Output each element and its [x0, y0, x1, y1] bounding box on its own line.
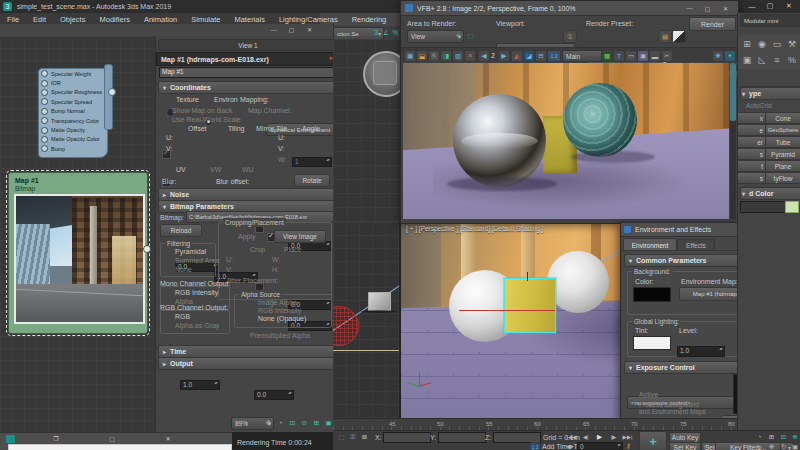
- object-button-plane[interactable]: Plane: [765, 160, 800, 172]
- go-to-start-icon[interactable]: |◀◀: [565, 432, 578, 441]
- listener-close-icon[interactable]: ✕: [162, 434, 174, 443]
- zoom-extents-icon[interactable]: ⊡: [778, 432, 789, 441]
- material-node[interactable]: Specular Weight IOR Specular Roughness S…: [38, 68, 108, 158]
- object-button-cylinder-fragment[interactable]: er: [737, 136, 767, 148]
- object-color-swatch[interactable]: [785, 201, 799, 213]
- socket-icon[interactable]: [41, 145, 48, 152]
- maximize-icon[interactable]: ▢: [762, 0, 778, 12]
- listener-maximize-icon[interactable]: ▢: [106, 434, 118, 443]
- vfb-titlebar[interactable]: VFB+ 2.8 : Image 2/2, Perspective, Frame…: [401, 1, 738, 16]
- socket-icon[interactable]: [41, 117, 48, 124]
- socket-icon[interactable]: [41, 80, 48, 87]
- zoom-extents-all-icon[interactable]: ⊕: [790, 432, 800, 441]
- menu-rendering[interactable]: Rendering: [345, 13, 394, 26]
- zoom-all-icon[interactable]: ⊞: [766, 432, 777, 441]
- socket-icon[interactable]: [41, 98, 48, 105]
- history-icon[interactable]: ▥: [452, 50, 464, 62]
- vfb-close-icon[interactable]: ✕: [718, 2, 733, 14]
- object-button-torus-fragment[interactable]: s: [737, 148, 767, 160]
- text-overlay-icon[interactable]: T: [613, 50, 625, 62]
- selected-box-object[interactable]: [504, 278, 556, 333]
- close-icon[interactable]: ✕: [781, 0, 797, 12]
- node-slot[interactable]: Bump Normal: [39, 107, 107, 116]
- frame-step-icon[interactable]: ◀▶: [565, 442, 575, 450]
- map-name-field[interactable]: Map #1: [159, 67, 335, 78]
- socket-icon[interactable]: [41, 89, 48, 96]
- next-frame-icon[interactable]: |▶: [607, 432, 620, 441]
- rollout-name-color[interactable]: d Color: [740, 187, 800, 200]
- blur-offset-spinner[interactable]: 0.0: [254, 390, 294, 400]
- zoom-extents-icon[interactable]: ⊡: [287, 417, 298, 428]
- object-button-cone[interactable]: Cone: [765, 112, 800, 124]
- workspace-dropdown[interactable]: Modular mini: [740, 14, 800, 27]
- go-to-end-icon[interactable]: ▶▶|: [621, 432, 634, 441]
- rotate-button[interactable]: Rotate: [294, 174, 330, 187]
- layers-icon[interactable]: ⊟: [535, 50, 547, 62]
- zoom-icon[interactable]: ◔: [754, 432, 765, 441]
- node-slot[interactable]: Bump: [39, 144, 107, 153]
- object-button-geosphere[interactable]: GeoSphere: [765, 124, 800, 136]
- map-channel-spinner[interactable]: 1: [292, 157, 332, 167]
- utilities-tab-icon[interactable]: ⚒: [785, 37, 799, 51]
- xform-icon[interactable]: ⊠: [359, 432, 370, 442]
- bitmap-node-output-socket[interactable]: [143, 245, 151, 253]
- red-wireframe-sphere[interactable]: [333, 306, 359, 346]
- rollout-coordinates[interactable]: Coordinates: [158, 81, 340, 94]
- render-setup-icon[interactable]: ▤: [658, 30, 672, 43]
- region-select-icon[interactable]: ⬚: [465, 30, 476, 41]
- object-button-sphere-fragment[interactable]: e: [737, 124, 767, 136]
- save-image-icon[interactable]: ▦: [404, 50, 416, 62]
- listener-restore-icon[interactable]: ❐: [50, 434, 62, 443]
- object-button-textplus-fragment[interactable]: s: [737, 172, 767, 184]
- vfb-rendered-image[interactable]: [403, 63, 729, 219]
- clone-window-icon[interactable]: ◨: [440, 50, 452, 62]
- slate-maximize-icon[interactable]: ▢: [284, 24, 299, 35]
- y-coord-field[interactable]: [438, 432, 486, 443]
- lights-category-icon[interactable]: ≡: [770, 53, 784, 67]
- viewport-label[interactable]: [ + ] [Perspective ] [Standard] [Default…: [406, 224, 543, 233]
- node-slot[interactable]: Specular Spread: [39, 97, 107, 106]
- current-frame-spinner[interactable]: 0: [577, 442, 623, 450]
- bitmap-node[interactable]: Map #1 Bitmap: [8, 172, 148, 334]
- create-tab-icon[interactable]: ⊞: [740, 37, 754, 51]
- node-slot[interactable]: Specular Roughness: [39, 88, 107, 97]
- delete-icon[interactable]: ✕: [464, 50, 476, 62]
- vfb-scrollbar[interactable]: [730, 63, 736, 219]
- blur-spinner[interactable]: 1.0: [180, 380, 220, 390]
- orbit-icon[interactable]: ↻: [778, 442, 789, 450]
- open-folder-icon[interactable]: ⬓: [416, 50, 428, 62]
- node-slot[interactable]: Transparency Color: [39, 116, 107, 125]
- frame-icon[interactable]: ▣: [637, 50, 649, 62]
- info-icon[interactable]: ❋: [712, 50, 724, 62]
- zoom-region-icon[interactable]: ⊞: [311, 417, 322, 428]
- display-tab-icon[interactable]: ▭: [770, 37, 784, 51]
- slate-node-view[interactable]: Specular Weight IOR Specular Roughness S…: [0, 36, 155, 432]
- minimize-icon[interactable]: —: [744, 0, 760, 12]
- vfb-minimize-icon[interactable]: —: [682, 2, 697, 14]
- vfb-maximize-icon[interactable]: ▢: [700, 2, 715, 14]
- material-node-output-socket[interactable]: [108, 88, 116, 96]
- rollout-output[interactable]: Output: [158, 357, 340, 370]
- time-config-icon[interactable]: ◷: [701, 442, 712, 450]
- copy-image-icon[interactable]: ⎘: [428, 50, 440, 62]
- object-button-box-fragment[interactable]: x: [737, 112, 767, 124]
- view-tab-dropdown[interactable]: View 1: [158, 39, 345, 51]
- shapes-category-icon[interactable]: ◺: [755, 53, 769, 67]
- bitmap-node-preview[interactable]: [14, 194, 145, 324]
- level-spinner[interactable]: 1.0: [677, 346, 725, 357]
- render-frame-window-icon[interactable]: [672, 30, 686, 43]
- viewport-lock-icon[interactable]: ⚿: [563, 30, 577, 43]
- background-color-swatch[interactable]: [633, 287, 671, 302]
- viewport-top-left-strip[interactable]: [333, 39, 400, 224]
- node-slot[interactable]: Matte Opacity Color: [39, 135, 107, 144]
- snap-toggle-icon[interactable]: 3: [371, 27, 381, 38]
- field-of-view-icon[interactable]: ▷: [754, 442, 765, 450]
- render-button[interactable]: Render: [689, 17, 736, 31]
- x-coord-field[interactable]: [383, 432, 431, 443]
- socket-icon[interactable]: [41, 127, 48, 134]
- zoom-magnifier-icon[interactable]: ◔: [275, 417, 286, 428]
- selection-lock-icon[interactable]: ⚿: [348, 432, 358, 442]
- compare-icon[interactable]: ◪: [523, 50, 535, 62]
- tools-icon[interactable]: ✂: [661, 50, 673, 62]
- half-res-icon[interactable]: 1:2: [547, 50, 561, 62]
